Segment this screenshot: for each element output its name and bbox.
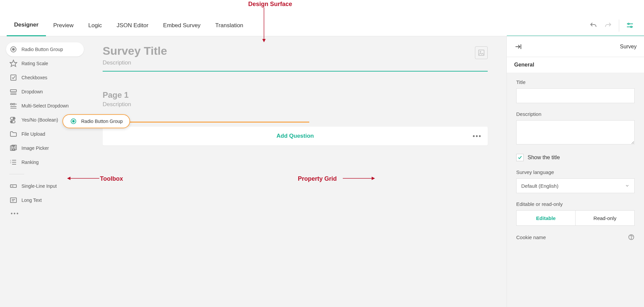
prop-description-label: Description — [516, 111, 635, 117]
redo-icon — [604, 21, 612, 30]
svg-point-9 — [631, 26, 632, 28]
prop-cookie-label: Cookie name — [516, 234, 546, 240]
folder-icon — [9, 130, 17, 138]
image-icon — [9, 144, 17, 152]
logo-placeholder[interactable] — [475, 46, 488, 59]
settings-button[interactable] — [623, 18, 637, 33]
radio-icon — [70, 118, 77, 125]
survey-description-placeholder[interactable]: Description — [103, 59, 488, 66]
undo-icon — [589, 21, 597, 30]
redo-button[interactable] — [601, 18, 615, 33]
tab-translation[interactable]: Translation — [208, 15, 251, 36]
survey-title-placeholder[interactable]: Survey Title — [103, 44, 488, 57]
svg-point-30 — [13, 146, 14, 147]
drop-indicator — [121, 122, 309, 123]
property-section-general[interactable]: General — [507, 57, 644, 73]
prop-mode-label: Editable or read-only — [516, 201, 635, 207]
svg-text:2: 2 — [10, 162, 11, 164]
toolbox-item-ranking[interactable]: 12 Ranking — [6, 155, 84, 169]
prop-language-select[interactable]: Default (English) — [516, 178, 635, 193]
svg-rect-41 — [479, 50, 484, 56]
tab-preview[interactable]: Preview — [46, 15, 81, 36]
property-grid-header: Survey — [507, 36, 644, 57]
toolbox-item-longtext[interactable]: Long Text — [6, 193, 84, 207]
checkbox-icon — [516, 154, 524, 161]
svg-point-42 — [480, 51, 481, 52]
toolbox-item-imagepicker[interactable]: Image Picker — [6, 141, 84, 155]
toolbox-item-multiselect[interactable]: Multi-Select Dropdown — [6, 99, 84, 113]
property-grid: Survey General Title Description Show th… — [506, 36, 644, 307]
tab-logic[interactable]: Logic — [81, 15, 109, 36]
prop-show-title-checkbox[interactable]: Show the title — [516, 154, 635, 161]
radio-icon — [9, 45, 17, 53]
star-icon — [9, 59, 17, 68]
svg-rect-38 — [10, 198, 16, 203]
svg-point-25 — [13, 118, 14, 119]
prop-mode-editable[interactable]: Editable — [517, 211, 576, 225]
page-title[interactable]: Page 1 — [103, 90, 488, 100]
design-surface[interactable]: Survey Title Description Page 1 Descript… — [84, 36, 506, 307]
prop-language-label: Survey language — [516, 169, 635, 175]
tab-json-editor[interactable]: JSON Editor — [109, 15, 156, 36]
prop-mode-readonly[interactable]: Read-only — [576, 211, 634, 225]
toolbox-separator — [9, 174, 24, 174]
svg-marker-14 — [10, 60, 17, 67]
help-icon[interactable] — [628, 234, 635, 240]
tab-designer[interactable]: Designer — [7, 15, 46, 36]
collapse-panel-button[interactable] — [514, 43, 522, 51]
add-question-more-button[interactable]: ••• — [473, 132, 482, 140]
chevron-down-icon — [625, 183, 630, 188]
toolbox-item-label: Yes/No (Boolean) — [21, 117, 58, 123]
toolbox-item-dropdown[interactable]: Dropdown — [6, 85, 84, 99]
toolbox-item-file[interactable]: File Upload — [6, 127, 84, 141]
toolbar-divider — [619, 19, 619, 32]
prop-title-input[interactable] — [516, 88, 635, 103]
toolbox-item-checkboxes[interactable]: Checkboxes — [6, 71, 84, 85]
svg-point-27 — [11, 121, 12, 123]
toolbox-item-label: Ranking — [21, 160, 39, 165]
toolbox: Radio Button Group Rating Scale Checkbox… — [0, 36, 84, 307]
top-nav: Designer Preview Logic JSON Editor Embed… — [0, 15, 644, 36]
svg-point-13 — [12, 48, 14, 50]
toolbox-item-radio[interactable]: Radio Button Group — [6, 42, 84, 56]
toolbox-item-label: Image Picker — [21, 145, 49, 151]
dots-icon: ••• — [11, 211, 19, 216]
svg-point-47 — [631, 238, 631, 239]
drag-ghost: Radio Button Group — [62, 114, 130, 128]
survey-header: Survey Title Description — [103, 44, 488, 74]
image-placeholder-icon — [478, 49, 485, 56]
toolbox-item-label: Radio Button Group — [21, 47, 63, 52]
prop-title-label: Title — [516, 79, 635, 85]
add-question-panel: Add Question ••• — [103, 127, 488, 145]
undo-button[interactable] — [586, 18, 601, 33]
prop-show-title-label: Show the title — [528, 155, 560, 161]
add-question-button[interactable]: Add Question — [276, 133, 314, 139]
text-icon — [9, 182, 17, 190]
page-block: Page 1 Description — [103, 90, 488, 108]
toggle-icon — [9, 116, 17, 124]
toolbox-item-label: Long Text — [21, 198, 42, 203]
ranking-icon: 12 — [9, 158, 17, 166]
prop-description-input[interactable] — [516, 120, 635, 144]
svg-rect-15 — [11, 75, 16, 80]
page-description[interactable]: Description — [103, 101, 488, 108]
toolbox-item-label: Multi-Select Dropdown — [21, 103, 69, 108]
property-object-label[interactable]: Survey — [620, 44, 637, 50]
toolbox-item-label: Single-Line Input — [21, 183, 57, 189]
tab-embed-survey[interactable]: Embed Survey — [156, 15, 208, 36]
toolbox-more-button[interactable]: ••• — [6, 207, 84, 220]
drag-ghost-label: Radio Button Group — [81, 119, 123, 124]
multiselect-icon — [9, 102, 17, 110]
toolbox-item-label: Dropdown — [21, 89, 43, 94]
svg-point-6 — [628, 23, 629, 25]
svg-point-44 — [72, 120, 74, 122]
toolbox-item-singleline[interactable]: Single-Line Input — [6, 179, 84, 193]
toolbox-item-rating[interactable]: Rating Scale — [6, 56, 84, 71]
toolbox-item-label: Checkboxes — [21, 75, 47, 80]
svg-rect-19 — [10, 103, 12, 105]
dropdown-icon — [9, 88, 17, 96]
longtext-icon — [9, 196, 17, 204]
survey-header-divider — [103, 71, 488, 72]
prop-language-value: Default (English) — [521, 183, 558, 189]
toolbox-item-label: File Upload — [21, 131, 45, 137]
